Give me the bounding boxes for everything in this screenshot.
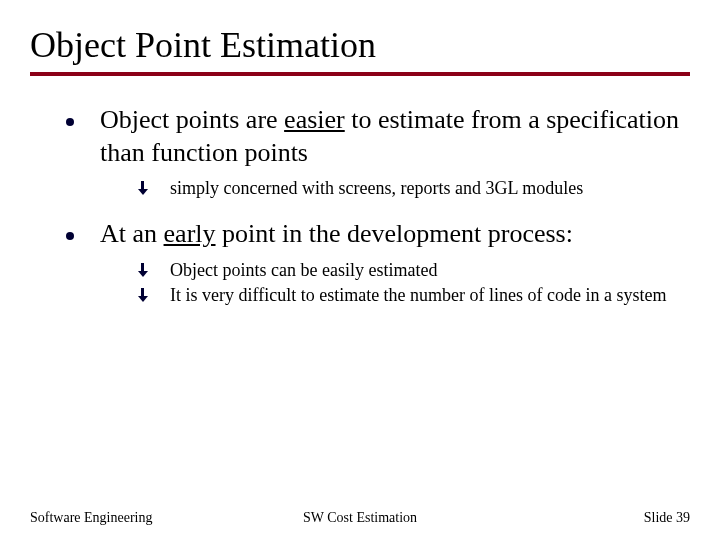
footer-right: Slide 39 — [644, 510, 690, 526]
bullet-dot-icon — [66, 118, 74, 126]
sub-bullet-text: simply concerned with screens, reports a… — [170, 177, 583, 200]
footer-center: SW Cost Estimation — [303, 510, 417, 526]
arrow-down-icon — [136, 263, 150, 277]
sub-bullet-text: Object points can be easily estimated — [170, 259, 437, 282]
text-fragment: Object points are — [100, 105, 284, 134]
arrow-down-icon — [136, 181, 150, 195]
arrow-down-icon — [136, 288, 150, 302]
slide-title: Object Point Estimation — [30, 24, 690, 66]
slide: Object Point Estimation Object points ar… — [0, 0, 720, 540]
sub-bullet-text: It is very difficult to estimate the num… — [170, 284, 667, 307]
content-area: Object points are easier to estimate fro… — [30, 104, 690, 308]
footer: Software Engineering SW Cost Estimation … — [0, 510, 720, 526]
text-fragment: point in the development process: — [216, 219, 573, 248]
bullet-l2: It is very difficult to estimate the num… — [136, 284, 690, 307]
bullet-text: At an early point in the development pro… — [100, 218, 573, 251]
bullet-l1: At an early point in the development pro… — [66, 218, 690, 251]
bullet-l1: Object points are easier to estimate fro… — [66, 104, 690, 169]
sub-bullet-group: simply concerned with screens, reports a… — [136, 177, 690, 200]
text-fragment: At an — [100, 219, 164, 248]
bullet-text: Object points are easier to estimate fro… — [100, 104, 690, 169]
bullet-l2: Object points can be easily estimated — [136, 259, 690, 282]
bullet-l2: simply concerned with screens, reports a… — [136, 177, 690, 200]
title-underline — [30, 72, 690, 76]
bullet-dot-icon — [66, 232, 74, 240]
footer-left: Software Engineering — [30, 510, 152, 526]
underlined-word: easier — [284, 105, 345, 134]
underlined-word: early — [164, 219, 216, 248]
sub-bullet-group: Object points can be easily estimated It… — [136, 259, 690, 308]
